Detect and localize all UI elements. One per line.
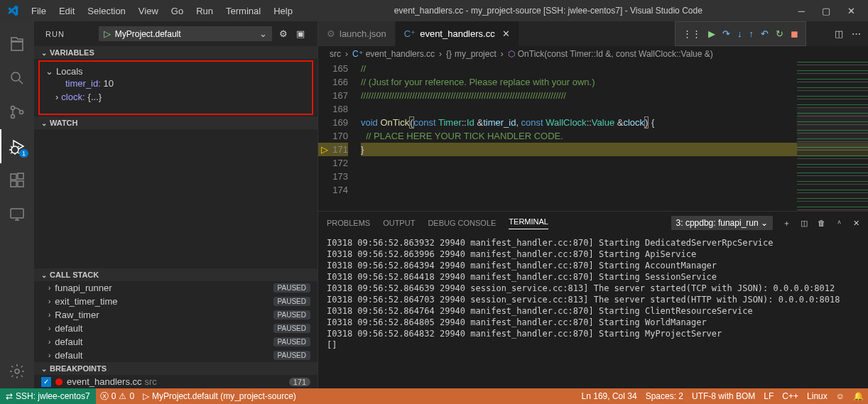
remote-icon: ⇄ [6,391,13,401]
status-encoding[interactable]: UTF-8 with BOM [688,391,759,401]
thread-row[interactable]: ›exit_timer_timePAUSED [34,295,318,308]
scm-icon[interactable] [0,95,34,129]
chevron-right-icon: › [48,324,50,332]
minimap[interactable] [797,62,868,211]
minimap-viewport[interactable] [797,108,868,151]
tab-launch-json[interactable]: ⚙ launch.json [318,21,396,46]
panel-tab-problems[interactable]: PROBLEMS [327,219,370,227]
status-debug-target[interactable]: ▷MyProject.default (my_project-source) [139,391,300,401]
remote-indicator[interactable]: ⇄SSH: jwlee-centos7 [0,388,96,404]
thread-row[interactable]: ›defaultPAUSED [34,322,318,335]
watch-label: WATCH [50,119,78,127]
status-bell-icon[interactable]: 🔔 [849,391,868,401]
status-cursor[interactable]: Ln 169, Col 34 [577,391,641,401]
stop-button[interactable]: ◼ [791,28,798,39]
breadcrumb-segment[interactable]: src [330,49,341,59]
paused-badge: PAUSED [273,351,310,360]
callstack-label: CALL STACK [50,271,99,279]
breakpoint-row[interactable]: ✓ event_handlers.ccsrc 171 [34,375,318,388]
panel-tab-debug-console[interactable]: DEBUG CONSOLE [428,219,496,227]
close-tab-icon[interactable]: ✕ [502,28,510,39]
menu-selection[interactable]: Selection [82,3,131,19]
step-out-button[interactable]: ↑ [749,28,754,39]
panel-tab-output[interactable]: OUTPUT [383,219,415,227]
variable-row[interactable]: ›clock: {...} [45,90,306,104]
status-feedback-icon[interactable]: ☺ [832,391,849,401]
menu-file[interactable]: File [26,3,52,19]
debug-badge: 1 [19,149,28,158]
run-config-select[interactable]: ▷ MyProject.default ⌄ [99,26,272,41]
variables-header[interactable]: ⌄VARIABLES [34,46,318,59]
breadcrumb-segment[interactable]: C⁺event_handlers.cc [352,49,435,59]
thread-name: default [55,350,273,361]
step-into-button[interactable]: ↓ [737,28,742,39]
thread-row[interactable]: ›defaultPAUSED [34,349,318,362]
minimize-button[interactable]: ─ [798,6,805,16]
thread-row[interactable]: ›Raw_timerPAUSED [34,308,318,322]
restart-button[interactable]: ↻ [776,28,783,39]
close-panel-icon[interactable]: ✕ [853,219,859,228]
new-terminal-icon[interactable]: ＋ [783,218,791,229]
menu-terminal[interactable]: Terminal [220,3,266,19]
method-icon: ⬡ [508,49,515,59]
menu-run[interactable]: Run [190,3,219,19]
window-title: event_handlers.cc - my_project-source [S… [298,6,798,16]
close-button[interactable]: ✕ [847,6,855,16]
breakpoint-file: event_handlers.ccsrc [67,376,285,387]
line-gutter: 165166167168169170171172173174 [318,62,361,211]
extensions-icon[interactable] [0,163,34,197]
debug-console-icon[interactable]: ▣ [295,27,306,40]
terminal-output[interactable]: I0318 09:56:52.863932 29940 manifest_han… [318,234,868,388]
split-editor-icon[interactable]: ◫ [835,28,843,39]
settings-gear-icon[interactable] [0,354,34,388]
explorer-icon[interactable] [0,27,34,61]
variable-row[interactable]: timer_id: 10 [45,77,306,90]
step-back-button[interactable]: ↶ [761,28,769,39]
code-editor[interactable]: 165166167168169170171172173174 //// (Jus… [318,62,868,211]
run-settings-icon[interactable]: ⚙ [278,27,289,40]
remote-explorer-icon[interactable] [0,197,34,231]
status-indent[interactable]: Spaces: 2 [641,391,688,401]
panel-tab-bar: PROBLEMS OUTPUT DEBUG CONSOLE TERMINAL 3… [318,212,868,234]
thread-row[interactable]: ›defaultPAUSED [34,335,318,349]
status-language[interactable]: C++ [778,391,803,401]
watch-header[interactable]: ⌄WATCH [34,116,318,129]
breakpoint-checkbox[interactable]: ✓ [41,377,51,387]
status-os[interactable]: Linux [803,391,832,401]
terminal-selector[interactable]: 3: cppdbg: funapi_run ⌄ [671,216,773,230]
split-terminal-icon[interactable]: ◫ [801,219,808,228]
run-config-name: MyProject.default [115,29,181,39]
svg-point-10 [15,369,19,373]
drag-handle-icon[interactable]: ⋮⋮ [683,28,701,39]
status-errors[interactable]: ⓧ0⚠0 [96,391,139,403]
breakpoint-dot-icon [55,378,63,386]
step-over-button[interactable]: ↷ [722,28,730,39]
panel-tab-terminal[interactable]: TERMINAL [509,217,548,229]
menu-go[interactable]: Go [166,3,189,19]
locals-scope[interactable]: ⌄Locals [45,66,306,77]
menu-help[interactable]: Help [268,3,298,19]
menu-edit[interactable]: Edit [53,3,80,19]
thread-row[interactable]: ›funapi_runnerPAUSED [34,281,318,295]
debug-icon[interactable]: 1 [0,129,34,163]
callstack-header[interactable]: ⌄CALL STACK [34,268,318,281]
breakpoints-header[interactable]: ⌄BREAKPOINTS [34,362,318,375]
menu-view[interactable]: View [133,3,164,19]
breadcrumb-segment[interactable]: {}my_project [446,49,497,59]
search-icon[interactable] [0,61,34,95]
tab-event-handlers[interactable]: C⁺ event_handlers.cc ✕ [396,21,519,46]
maximize-button[interactable]: ▢ [822,6,830,16]
thread-name: default [55,337,273,347]
chevron-right-icon: › [48,338,50,346]
kill-terminal-icon[interactable]: 🗑 [818,219,825,227]
debug-toolbar[interactable]: ⋮⋮ ▶ ↷ ↓ ↑ ↶ ↻ ◼ [675,21,806,46]
svg-point-2 [11,115,15,119]
status-bar: ⇄SSH: jwlee-centos7 ⓧ0⚠0 ▷MyProject.defa… [0,388,868,404]
run-title: RUN [45,30,65,38]
breadcrumb-segment[interactable]: ⬡OnTick(const Timer::Id &, const WallClo… [508,49,713,59]
breadcrumbs[interactable]: src› C⁺event_handlers.cc› {}my_project› … [318,46,868,62]
maximize-panel-icon[interactable]: ＾ [835,218,843,229]
more-actions-icon[interactable]: ⋯ [852,28,861,39]
continue-button[interactable]: ▶ [708,28,715,39]
status-eol[interactable]: LF [759,391,778,401]
